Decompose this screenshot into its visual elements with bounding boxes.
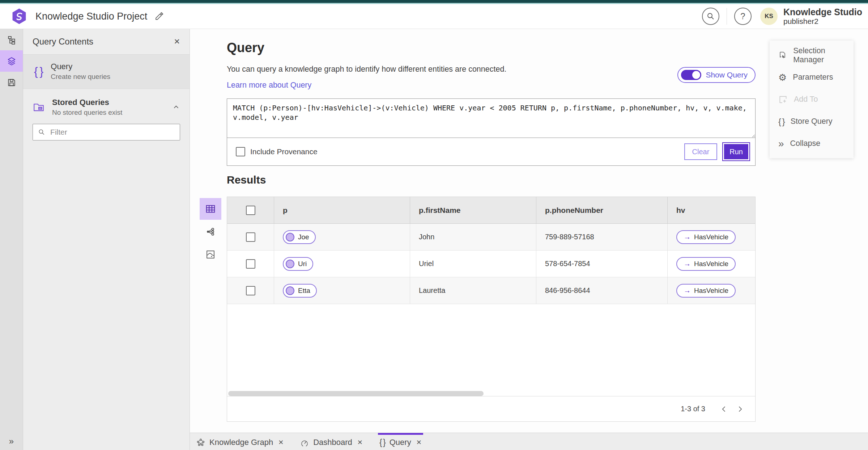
braces-icon: { }: [379, 438, 385, 447]
node-dot-icon: [286, 233, 294, 241]
stored-queries-section[interactable]: Stored Queries No stored queries exist: [23, 89, 190, 123]
query-heading: Query: [227, 40, 756, 56]
rail-item-save[interactable]: [0, 72, 23, 93]
graph-view-button[interactable]: [200, 221, 221, 243]
panel-title: Query Contents: [33, 37, 93, 47]
left-rail: »: [0, 29, 23, 450]
tab-close-icon[interactable]: ✕: [416, 438, 422, 446]
node-chip[interactable]: Joe: [283, 230, 316, 244]
show-query-toggle[interactable]: Show Query: [677, 67, 756, 83]
search-icon: [706, 12, 715, 21]
add-to-button[interactable]: Add To: [770, 88, 854, 110]
hierarchy-icon: [7, 35, 16, 45]
edge-chip[interactable]: → HasVehicle: [676, 230, 736, 244]
column-header-hv[interactable]: hv: [668, 197, 755, 223]
node-chip-label: Joe: [298, 233, 309, 241]
column-header-phonenumber[interactable]: p.phoneNumber: [536, 197, 668, 223]
edit-title-icon[interactable]: [154, 12, 164, 21]
query-editor: MATCH (p:Person)-[hv:HasVehicle]->(v:Veh…: [227, 98, 756, 166]
bottom-tab-bar: Knowledge Graph ✕ Dashboard ✕ { } Query …: [190, 433, 868, 450]
main-content: Query You can query a knowledge graph to…: [190, 29, 868, 433]
double-chevron-icon: »: [778, 139, 784, 149]
cell-firstname: Uriel: [410, 251, 536, 277]
show-query-label: Show Query: [706, 71, 748, 79]
selection-manager-label: Selection Manager: [793, 46, 854, 64]
layers-icon: [7, 56, 17, 66]
page-title: Knowledge Studio Project: [35, 11, 147, 22]
tab-knowledge-graph[interactable]: Knowledge Graph ✕: [195, 433, 285, 450]
tab-query[interactable]: { } Query ✕: [378, 433, 423, 450]
node-chip[interactable]: Etta: [283, 284, 317, 298]
table-row[interactable]: Etta Lauretta 846-956-8644 → HasVehicle: [227, 277, 755, 304]
add-to-icon: [778, 95, 788, 104]
table-row[interactable]: Uri Uriel 578-654-7854 → HasVehicle: [227, 251, 755, 277]
edge-chip-label: HasVehicle: [694, 287, 728, 295]
chevron-up-icon[interactable]: [172, 103, 180, 111]
row-checkbox[interactable]: [246, 286, 255, 295]
cell-phonenumber: 578-654-7854: [536, 251, 668, 277]
edge-chip[interactable]: → HasVehicle: [676, 284, 736, 298]
tab-dashboard[interactable]: Dashboard ✕: [299, 433, 364, 450]
rail-expand-button[interactable]: »: [0, 433, 23, 450]
selection-manager-icon: [778, 51, 787, 60]
next-page-button[interactable]: [732, 401, 748, 417]
gear-icon: ⚙: [778, 73, 787, 82]
query-actions-panel: Selection Manager ⚙ Parameters Add To { …: [770, 41, 854, 158]
account-info: Knowledge Studio publisher2: [783, 7, 862, 26]
chevron-left-icon: [720, 405, 728, 413]
query-item-label: Query: [51, 62, 110, 71]
stored-queries-folder-icon: [33, 101, 45, 113]
edge-chip-label: HasVehicle: [694, 260, 728, 268]
edge-chip[interactable]: → HasVehicle: [676, 257, 736, 271]
cell-phonenumber: 846-956-8644: [536, 277, 668, 304]
previous-page-button[interactable]: [716, 401, 732, 417]
collapse-button[interactable]: » Collapse: [770, 133, 854, 155]
query-item[interactable]: { } Query Create new queries: [23, 55, 190, 89]
rail-item-hierarchy[interactable]: [0, 29, 23, 50]
row-checkbox[interactable]: [246, 232, 255, 242]
account-role: publisher2: [783, 17, 862, 26]
table-header-row: p p.firstName p.phoneNumber hv: [227, 197, 755, 224]
avatar[interactable]: KS: [760, 8, 778, 25]
filter-input[interactable]: [50, 127, 175, 137]
edge-chip-label: HasVehicle: [694, 233, 728, 241]
rail-item-layers[interactable]: [0, 50, 23, 72]
search-button[interactable]: [702, 8, 719, 25]
node-dot-icon: [286, 286, 294, 295]
results-table: p p.firstName p.phoneNumber hv Joe John …: [227, 197, 756, 422]
run-button[interactable]: Run: [722, 142, 750, 161]
query-description: You can query a knowledge graph to ident…: [227, 64, 756, 74]
horizontal-scrollbar[interactable]: [228, 391, 484, 396]
stored-queries-description: No stored queries exist: [52, 109, 165, 117]
node-chip[interactable]: Uri: [283, 257, 313, 271]
table-row[interactable]: Joe John 759-889-57168 → HasVehicle: [227, 224, 755, 251]
help-icon: ?: [740, 11, 745, 21]
parameters-button[interactable]: ⚙ Parameters: [770, 66, 854, 88]
row-checkbox[interactable]: [246, 259, 255, 269]
braces-icon: { }: [778, 117, 784, 127]
column-header-p[interactable]: p: [274, 197, 410, 223]
network-icon: [205, 226, 216, 237]
include-provenance-checkbox[interactable]: [236, 147, 245, 156]
tab-close-icon[interactable]: ✕: [357, 438, 363, 446]
selection-manager-button[interactable]: Selection Manager: [770, 44, 854, 66]
select-all-checkbox[interactable]: [246, 206, 255, 215]
dashboard-gauge-icon: [300, 438, 309, 447]
clear-button[interactable]: Clear: [684, 143, 718, 160]
arrow-right-icon: →: [684, 233, 691, 241]
help-button[interactable]: ?: [734, 8, 752, 25]
map-view-button[interactable]: [200, 244, 221, 265]
panel-close-icon[interactable]: ✕: [174, 37, 180, 46]
learn-more-link[interactable]: Learn more about Query: [227, 80, 311, 90]
node-chip-label: Uri: [298, 260, 307, 268]
store-query-button[interactable]: { } Store Query: [770, 110, 854, 133]
table-view-button[interactable]: [200, 198, 221, 220]
pagination-bar: 1-3 of 3: [227, 396, 755, 421]
save-icon: [7, 78, 16, 87]
tab-close-icon[interactable]: ✕: [278, 438, 284, 446]
column-header-firstname[interactable]: p.firstName: [410, 197, 536, 223]
parameters-label: Parameters: [793, 73, 833, 82]
double-chevron-icon: »: [9, 436, 14, 446]
query-input[interactable]: MATCH (p:Person)-[hv:HasVehicle]->(v:Veh…: [227, 99, 755, 138]
app-logo-icon: [11, 8, 27, 25]
